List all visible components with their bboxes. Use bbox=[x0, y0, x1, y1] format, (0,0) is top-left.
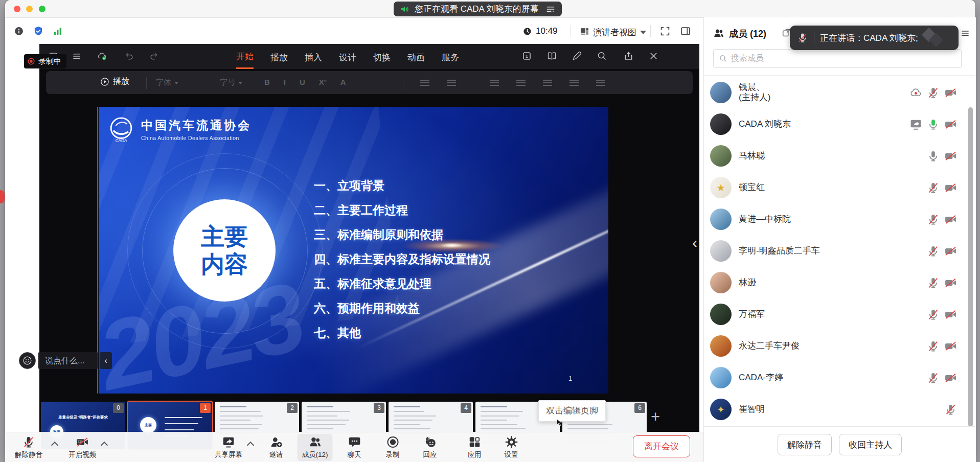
panel-scrollbar[interactable] bbox=[968, 107, 973, 427]
style-glyph-button[interactable]: A bbox=[340, 78, 346, 86]
leave-meeting-button[interactable]: 离开会议 bbox=[633, 435, 690, 457]
font-size-dropdown[interactable]: 字号 bbox=[220, 78, 242, 87]
screen-sharing-icon[interactable] bbox=[909, 118, 922, 131]
style-glyph-button[interactable]: B bbox=[264, 78, 270, 86]
cloud-saved-icon[interactable] bbox=[97, 51, 107, 61]
style-glyph-button[interactable]: U bbox=[300, 78, 305, 86]
share-icon[interactable] bbox=[623, 51, 634, 61]
toolbar-邀请[interactable]: 邀请 bbox=[269, 435, 283, 459]
chevron-up-icon[interactable] bbox=[51, 442, 58, 449]
toolbar-聊天[interactable]: 聊天 bbox=[348, 435, 361, 459]
sidebar-toggle-icon[interactable] bbox=[680, 26, 691, 37]
unmute-all-button[interactable]: 解除静音 bbox=[778, 434, 832, 455]
style-glyph-button[interactable]: I bbox=[284, 78, 286, 86]
mic-muted-icon[interactable] bbox=[927, 245, 940, 258]
wps-tab-插入[interactable]: 插入 bbox=[305, 45, 322, 68]
chat-collapse-button[interactable]: ‹ bbox=[100, 352, 112, 369]
toolbar-录制[interactable]: 录制 bbox=[386, 435, 400, 459]
panel-menu-icon[interactable] bbox=[960, 28, 970, 38]
style-glyph-button[interactable]: X² bbox=[319, 78, 327, 86]
wps-tab-开始[interactable]: 开始 bbox=[236, 44, 254, 69]
camera-muted-icon[interactable] bbox=[944, 181, 957, 194]
zoom-window-button[interactable] bbox=[39, 6, 45, 12]
member-row[interactable]: 马林聪 bbox=[703, 140, 975, 172]
mic-muted-icon[interactable] bbox=[927, 213, 940, 226]
align-right-icon[interactable] bbox=[543, 80, 552, 86]
member-row[interactable]: 李明-明鑫品质二手车 bbox=[703, 235, 975, 267]
caret-down-icon[interactable] bbox=[640, 31, 646, 34]
reclaim-host-button[interactable]: 收回主持人 bbox=[839, 434, 902, 455]
camera-muted-icon[interactable] bbox=[944, 86, 957, 99]
camera-muted-icon[interactable] bbox=[944, 213, 957, 226]
numbered-list-icon[interactable] bbox=[447, 80, 456, 86]
close-window-button[interactable] bbox=[14, 6, 20, 12]
minimize-window-button[interactable] bbox=[26, 6, 33, 12]
mic-muted-icon[interactable] bbox=[927, 86, 940, 99]
cloud-recording-icon[interactable] bbox=[909, 86, 922, 99]
redo-icon[interactable] bbox=[149, 51, 159, 61]
toolbar-回应[interactable]: 回应 bbox=[423, 435, 437, 459]
wps-tab-切换[interactable]: 切换 bbox=[373, 45, 391, 68]
fullscreen-icon[interactable] bbox=[659, 26, 671, 37]
mic-idle-icon[interactable] bbox=[927, 150, 940, 163]
page-number-box-icon[interactable]: 1 bbox=[521, 51, 532, 61]
mic-muted-icon[interactable] bbox=[927, 372, 940, 384]
read-mode-icon[interactable] bbox=[546, 51, 557, 61]
font-family-dropdown[interactable]: 字体 bbox=[156, 78, 178, 87]
camera-muted-icon[interactable] bbox=[944, 150, 957, 163]
align-center-icon[interactable] bbox=[516, 80, 526, 86]
add-slide-button[interactable]: + bbox=[647, 408, 664, 426]
mic-on-icon[interactable] bbox=[927, 118, 940, 131]
member-row[interactable]: 林逊 bbox=[703, 267, 975, 298]
slide-canvas[interactable]: 2023 CADA 中国汽车流通协会 China Automobile Deal… bbox=[99, 107, 608, 394]
mic-muted-icon[interactable] bbox=[927, 276, 940, 289]
toolbar-开启视频[interactable]: 720开启视频 bbox=[69, 435, 96, 459]
align-justify-icon[interactable] bbox=[569, 80, 579, 86]
toolbar-成员(12)[interactable]: 成员(12) bbox=[297, 434, 332, 461]
mic-muted-icon[interactable] bbox=[927, 181, 940, 194]
member-row[interactable]: 钱晨、(主持人) bbox=[703, 77, 975, 108]
signal-bars-icon[interactable] bbox=[52, 26, 63, 37]
camera-muted-icon[interactable] bbox=[944, 245, 957, 258]
hamburger-icon[interactable] bbox=[72, 51, 82, 61]
member-search-input[interactable]: 搜索成员 bbox=[713, 49, 962, 68]
mic-muted-icon[interactable] bbox=[927, 308, 940, 321]
camera-muted-icon[interactable] bbox=[944, 340, 957, 353]
undo-icon[interactable] bbox=[124, 51, 134, 61]
chat-input[interactable]: 说点什么... bbox=[38, 352, 98, 369]
toolbar-应用[interactable]: 应用 bbox=[468, 435, 482, 459]
pen-icon[interactable] bbox=[572, 51, 582, 61]
wps-tab-动画[interactable]: 动画 bbox=[407, 45, 425, 68]
wps-tab-设计[interactable]: 设计 bbox=[339, 45, 356, 68]
info-icon[interactable] bbox=[14, 26, 24, 36]
member-row[interactable]: 永达二手车尹俊 bbox=[703, 330, 975, 362]
bullet-list-icon[interactable] bbox=[420, 80, 429, 86]
play-button[interactable]: 播放 bbox=[100, 76, 129, 87]
shield-check-icon[interactable] bbox=[33, 26, 44, 37]
list-menu-icon[interactable] bbox=[545, 4, 556, 14]
wps-tab-服务[interactable]: 服务 bbox=[442, 45, 459, 68]
camera-muted-icon[interactable] bbox=[944, 308, 957, 321]
line-spacing-icon[interactable] bbox=[596, 80, 605, 86]
panel-collapse-chevron[interactable]: ‹ bbox=[689, 232, 701, 254]
camera-muted-icon[interactable] bbox=[944, 372, 957, 384]
member-row[interactable]: ✦崔智明 bbox=[703, 394, 975, 425]
toolbar-共享屏幕[interactable]: 共享屏幕 bbox=[215, 435, 242, 459]
member-row[interactable]: 黄进—中标院 bbox=[703, 203, 975, 235]
member-row[interactable]: CADA 刘晓东 bbox=[703, 108, 975, 140]
member-row[interactable]: ★顿宝红 bbox=[703, 172, 975, 203]
toolbar-解除静音[interactable]: 解除静音 bbox=[15, 435, 42, 459]
wps-tab-播放[interactable]: 播放 bbox=[270, 45, 288, 68]
camera-muted-icon[interactable] bbox=[944, 276, 957, 289]
align-left-icon[interactable] bbox=[490, 80, 499, 86]
member-row[interactable]: 万福军 bbox=[703, 298, 975, 330]
mic-muted-icon[interactable] bbox=[944, 403, 957, 416]
emoji-button[interactable] bbox=[19, 352, 36, 369]
toolbar-设置[interactable]: 设置 bbox=[505, 435, 518, 459]
view-mode-dropdown[interactable]: 演讲者视图 bbox=[593, 27, 636, 38]
member-row[interactable]: CADA-李婷 bbox=[703, 362, 975, 394]
close-icon[interactable] bbox=[648, 51, 659, 61]
chevron-up-icon[interactable] bbox=[101, 442, 108, 449]
chevron-up-icon[interactable] bbox=[247, 442, 254, 449]
edge-red-tab[interactable] bbox=[0, 190, 5, 203]
